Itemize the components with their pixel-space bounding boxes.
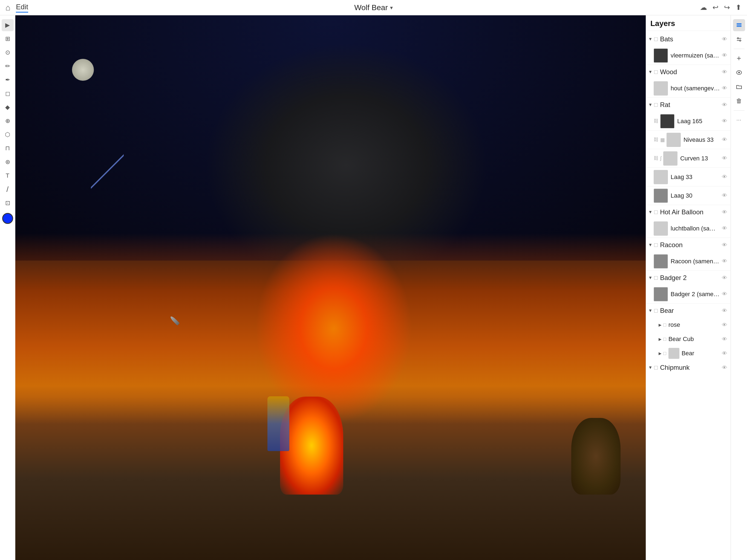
visibility-rat-icon[interactable]: 👁 [722, 102, 727, 108]
transform-tool[interactable]: ⊞ [2, 33, 14, 45]
layer-luchtballon[interactable]: luchtballon (sameng... 👁 [646, 219, 730, 238]
color-swatch[interactable] [2, 213, 13, 224]
layer-group-rat[interactable]: ▼ □ Rat 👁 [646, 98, 730, 112]
expand-bear-icon[interactable]: ▼ [648, 308, 652, 313]
export-icon[interactable]: ⬆ [736, 3, 742, 12]
bear-silhouette [571, 418, 621, 494]
layer-group-chipmunk[interactable]: ▼ □ Chipmunk 👁 [646, 360, 730, 375]
cloud-save-icon[interactable]: ☁ [700, 3, 707, 12]
eyedropper-tool[interactable]: ⬡ [2, 129, 14, 141]
expand-racoon-icon[interactable]: ▼ [648, 243, 652, 248]
visibility-badger2-icon[interactable]: 👁 [722, 275, 727, 281]
topbar-center: Wolf Bear ▾ [354, 3, 392, 12]
expand-hotairballoon-icon[interactable]: ▼ [648, 210, 652, 214]
layer-group-bats[interactable]: ▼ □ Bats 👁 [646, 32, 730, 46]
pencil-tool[interactable]: ✒ [2, 74, 14, 86]
layer-sub-bearcub[interactable]: ▶ □ Bear Cub 👁 [646, 332, 730, 346]
layer-group-hotairballoon[interactable]: ▼ □ Hot Air Balloon 👁 [646, 205, 730, 219]
visibility-luchtballon-icon[interactable]: 👁 [722, 225, 727, 232]
group-hotairballoon-label: Hot Air Balloon [660, 208, 720, 216]
visibility-laag165-icon[interactable]: 👁 [722, 118, 727, 124]
title-dropdown-icon[interactable]: ▾ [390, 4, 393, 11]
visibility-hotairballoon-icon[interactable]: 👁 [722, 209, 727, 215]
layer-curven13[interactable]: ⛓ ∫ Curven 13 👁 [646, 149, 730, 168]
label-laag30: Laag 30 [671, 192, 720, 199]
expand-wood-icon[interactable]: ▼ [648, 70, 652, 74]
visibility-vleermuizen-icon[interactable]: 👁 [722, 52, 727, 58]
expand-bearcub-icon[interactable]: ▶ [659, 337, 662, 341]
add-layer-button[interactable]: + [733, 52, 745, 64]
visibility-bear-icon[interactable]: 👁 [722, 308, 727, 314]
visibility-racoon-samengevo-icon[interactable]: 👁 [722, 258, 727, 264]
label-bearcub: Bear Cub [668, 336, 720, 343]
topbar-right: ☁ ↩ ↪ ⬆ [700, 3, 742, 12]
edit-menu[interactable]: Edit [16, 3, 28, 12]
lasso-tool[interactable]: ⊙ [2, 47, 14, 58]
visibility-bear-inner-icon[interactable]: 👁 [722, 350, 727, 357]
visibility-bearcub-icon[interactable]: 👁 [722, 336, 727, 342]
visibility-chipmunk-icon[interactable]: 👁 [722, 364, 727, 371]
visibility-niveaus33-icon[interactable]: 👁 [722, 136, 727, 143]
clone-tool[interactable]: ⊕ [2, 115, 14, 127]
layer-racoon-samengevo[interactable]: Racoon (samengevo... 👁 [646, 252, 730, 271]
svg-point-4 [737, 38, 739, 39]
thumbnail-bear-inner [668, 348, 679, 359]
visibility-hout-icon[interactable]: 👁 [722, 85, 727, 92]
thumbnail-badger2-samengev [654, 287, 668, 301]
layer-laag165[interactable]: ⛓ Laag 165 👁 [646, 112, 730, 131]
expand-badger2-icon[interactable]: ▼ [648, 275, 652, 280]
expand-chipmunk-icon[interactable]: ▼ [648, 365, 652, 370]
layer-badger2-samengev[interactable]: Badger 2 (samengev... 👁 [646, 285, 730, 304]
topbar-left: ⌂ Edit [5, 3, 28, 12]
layer-group-wood[interactable]: ▼ □ Wood 👁 [646, 65, 730, 79]
undo-icon[interactable]: ↩ [713, 3, 719, 12]
home-icon[interactable]: ⌂ [5, 3, 10, 12]
folder-rose-icon: □ [663, 322, 666, 328]
layer-laag30[interactable]: Laag 30 👁 [646, 186, 730, 205]
visibility-wood-icon[interactable]: 👁 [722, 69, 727, 75]
visibility-racoon-icon[interactable]: 👁 [722, 242, 727, 248]
layers-panel-toggle[interactable] [733, 19, 745, 31]
visibility-curven13-icon[interactable]: 👁 [722, 155, 727, 161]
layer-group-badger2[interactable]: ▼ □ Badger 2 👁 [646, 271, 730, 285]
crop-tool[interactable]: ⊓ [2, 142, 14, 154]
visibility-bats-icon[interactable]: 👁 [722, 36, 727, 43]
adjustments-panel-toggle[interactable] [733, 33, 745, 46]
layer-vleermuizen[interactable]: vleermuizen (samen... 👁 [646, 46, 730, 65]
image-tool[interactable]: ⊡ [2, 197, 14, 209]
delete-layer-button[interactable]: 🗑 [733, 95, 745, 107]
layer-sub-bear-inner[interactable]: ▶ □ Bear 👁 [646, 346, 730, 360]
folder-wood-icon: □ [654, 69, 658, 76]
group-bats-label: Bats [660, 35, 720, 43]
visibility-toggle[interactable] [733, 67, 745, 79]
redo-icon[interactable]: ↪ [724, 3, 730, 12]
layer-group-bear[interactable]: ▼ □ Bear 👁 [646, 304, 730, 318]
select-tool[interactable]: ▶ [2, 19, 14, 31]
brush-tool[interactable]: ✏ [2, 60, 14, 72]
visibility-laag33-icon[interactable]: 👁 [722, 174, 727, 180]
label-niveaus33: Niveaus 33 [684, 136, 720, 144]
layer-sub-rose[interactable]: ▶ □ rose 👁 [646, 318, 730, 332]
layer-laag33[interactable]: Laag 33 👁 [646, 168, 730, 186]
label-bear-inner: Bear [681, 350, 720, 357]
layer-hout[interactable]: hout (samengevoegd) 👁 [646, 79, 730, 98]
warp-tool[interactable]: ⊛ [2, 156, 14, 168]
layer-group-racoon[interactable]: ▼ □ Racoon 👁 [646, 238, 730, 252]
expand-rose-icon[interactable]: ▶ [659, 323, 662, 327]
visibility-laag30-icon[interactable]: 👁 [722, 193, 727, 199]
thumbnail-laag30 [654, 188, 668, 203]
document-title[interactable]: Wolf Bear [354, 3, 388, 12]
eraser-tool[interactable]: ◻ [2, 87, 14, 100]
text-tool[interactable]: T [2, 170, 14, 182]
visibility-rose-icon[interactable]: 👁 [722, 322, 727, 328]
expand-rat-icon[interactable]: ▼ [648, 102, 652, 107]
expand-bats-icon[interactable]: ▼ [648, 37, 652, 42]
expand-bear-inner-icon[interactable]: ▶ [659, 351, 662, 356]
layer-niveaus33[interactable]: ⛓ ▦ Niveaus 33 👁 [646, 131, 730, 149]
more-options-button[interactable]: ··· [733, 114, 745, 126]
fill-tool[interactable]: ◆ [2, 101, 14, 113]
visibility-badger2-samengev-icon[interactable]: 👁 [722, 291, 727, 297]
line-tool[interactable]: / [2, 183, 14, 196]
label-rose: rose [668, 321, 720, 328]
folder-button[interactable] [733, 81, 745, 93]
